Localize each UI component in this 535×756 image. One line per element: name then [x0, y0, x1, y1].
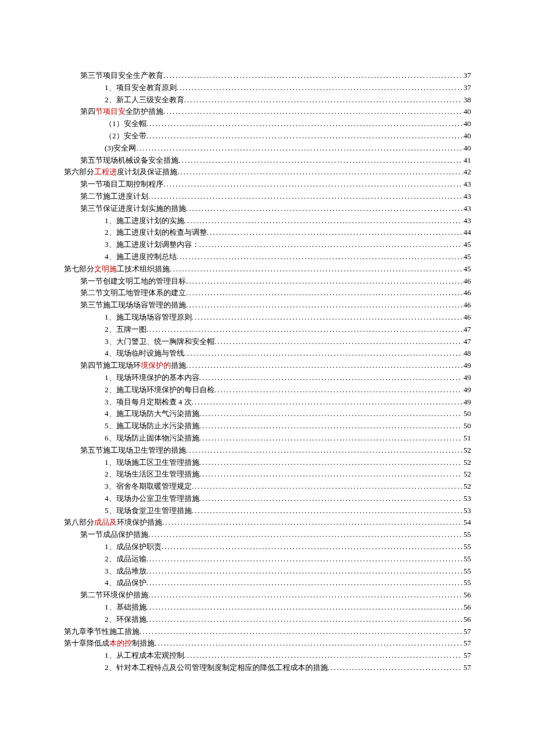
- toc-leader-dots: [199, 420, 463, 432]
- toc-entry[interactable]: 第五节施工现场卫生管理的措施 52: [64, 445, 471, 457]
- toc-entry-title: 1、从工程成本宏观控制: [105, 650, 184, 662]
- toc-entry-title: 4、成品保护: [105, 577, 147, 589]
- toc-leader-dots: [147, 565, 463, 578]
- toc-page-number: 38: [462, 94, 471, 106]
- toc-entry[interactable]: 第九章季节性施工措施 57: [64, 626, 471, 638]
- toc-page-number: 55: [462, 529, 471, 541]
- toc-entry[interactable]: 2、新工人三级安全教育 38: [64, 94, 471, 106]
- toc-entry[interactable]: (3)安全网 40: [64, 142, 471, 155]
- toc-entry-title: 2、现场生活区卫生管理措施: [105, 468, 199, 481]
- toc-entry[interactable]: 1、施工进度计划的实施 43: [64, 215, 471, 227]
- toc-entry[interactable]: 3、大门警卫、统一胸牌和安全帽 47: [64, 336, 471, 348]
- toc-entry[interactable]: 4、现场临时设施与管线 48: [64, 347, 471, 360]
- toc-leader-dots: [163, 178, 462, 191]
- toc-entry[interactable]: 2、环保措施 56: [64, 614, 471, 626]
- toc-entry[interactable]: 1、从工程成本宏观控制 57: [64, 650, 471, 662]
- toc-entry-title: 4、现场办公室卫生管理措施: [105, 493, 199, 505]
- toc-leader-dots: [184, 347, 463, 360]
- toc-entry[interactable]: 3、项目每月定期检查 4 次 49: [64, 396, 471, 409]
- toc-page-number: 43: [462, 178, 471, 191]
- toc-entry[interactable]: （2）安全带 40: [64, 130, 471, 142]
- toc-entry[interactable]: 第四节项目安全防护措施 40: [64, 106, 471, 118]
- toc-entry[interactable]: 第二节施工进度计划 43: [64, 191, 471, 203]
- toc-leader-dots: [199, 457, 463, 469]
- toc-leader-dots: [186, 360, 462, 372]
- toc-entry[interactable]: 第五节现场机械设备安全措施 41: [64, 155, 471, 167]
- toc-entry[interactable]: 4、成品保护 55: [64, 577, 471, 589]
- toc-entry[interactable]: 第二节环境保护措施 56: [64, 589, 471, 601]
- toc-leader-dots: [186, 445, 462, 457]
- toc-entry[interactable]: 第一节创建文明工地的管理目标 46: [64, 275, 471, 288]
- toc-entry[interactable]: 5、现场食堂卫生管理措施 53: [64, 505, 471, 517]
- toc-entry[interactable]: 2、现场生活区卫生管理措施 52: [64, 468, 471, 481]
- toc-entry[interactable]: 第六部分工程进度计划及保证措施 42: [64, 166, 471, 178]
- toc-entry[interactable]: 第八部分成品及环境保护措施 54: [64, 517, 471, 529]
- toc-entry[interactable]: 2、针对本工程特点及公司管理制度制定相应的降低工程成本的措施 57: [64, 662, 471, 674]
- toc-entry[interactable]: 第三节项目安全生产教育 37: [64, 70, 471, 82]
- toc-leader-dots: [148, 191, 462, 203]
- toc-entry-title: 第十章降低成本的控制措施: [64, 637, 155, 650]
- toc-leader-dots: [162, 517, 462, 529]
- toc-leader-dots: [192, 505, 463, 517]
- toc-entry-title: 2、成品运输: [105, 553, 147, 565]
- toc-entry[interactable]: 第二节文明工地管理体系的建立 46: [64, 287, 471, 299]
- toc-entry-title: （2）安全带: [105, 130, 147, 142]
- toc-leader-dots: [207, 227, 463, 239]
- toc-entry[interactable]: 3、宿舍冬期取暖管理规定 52: [64, 481, 471, 493]
- toc-leader-dots: [147, 601, 463, 614]
- toc-entry[interactable]: 2、成品运输 55: [64, 553, 471, 565]
- toc-entry[interactable]: 4、现场办公室卫生管理措施 53: [64, 493, 471, 505]
- toc-entry-title: (3)安全网: [105, 142, 136, 155]
- toc-entry[interactable]: 第一节项目工期控制程序 43: [64, 178, 471, 191]
- toc-entry[interactable]: 4、施工现场防大气污染措施 50: [64, 408, 471, 420]
- toc-entry[interactable]: 2、施工进度计划的检查与调整 44: [64, 227, 471, 239]
- toc-leader-dots: [177, 166, 462, 178]
- toc-entry[interactable]: 1、现场环境保护的基本内容 49: [64, 372, 471, 384]
- toc-page-number: 49: [462, 360, 471, 372]
- toc-leader-dots: [186, 203, 462, 215]
- toc-entry[interactable]: 3、成品堆放 55: [64, 565, 471, 578]
- toc-entry[interactable]: 第三节保证进度计划实施的措施 43: [64, 203, 471, 215]
- toc-entry-title: 第二节环境保护措施: [80, 589, 148, 601]
- toc-entry-title: 第一节项目工期控制程序: [80, 178, 163, 191]
- toc-entry-title: 第三节施工现场场容管理的措施: [80, 299, 186, 311]
- toc-page-number: 56: [462, 589, 471, 601]
- toc-entry-title: 2、施工进度计划的检查与调整: [105, 227, 207, 239]
- toc-page-number: 41: [462, 155, 471, 167]
- toc-entry[interactable]: 2、施工现场环境保护的每日自检 49: [64, 384, 471, 396]
- toc-leader-dots: [147, 118, 463, 130]
- toc-entry[interactable]: 1、施工现场场容管理原则 46: [64, 311, 471, 324]
- toc-entry-title: 2、施工现场环境保护的每日自检: [105, 384, 215, 396]
- toc-entry[interactable]: 5、施工现场防止水污染措施 50: [64, 420, 471, 432]
- toc-entry-title: 3、施工进度计划调整内容：: [105, 239, 199, 251]
- toc-page-number: 51: [462, 432, 471, 445]
- toc-entry[interactable]: 第七部分文明施工技术组织措施 45: [64, 263, 471, 275]
- toc-entry-title: 3、宿舍冬期取暖管理规定: [105, 481, 192, 493]
- toc-entry[interactable]: 1、成品保护职责 55: [64, 541, 471, 553]
- toc-entry[interactable]: 4、施工进度控制总结 45: [64, 251, 471, 263]
- toc-entry[interactable]: 第三节施工现场场容管理的措施 46: [64, 299, 471, 311]
- toc-entry-title: 第一节创建文明工地的管理目标: [80, 275, 186, 288]
- toc-entry[interactable]: 3、施工进度计划调整内容： 45: [64, 239, 471, 251]
- toc-entry[interactable]: 第一节成品保护措施 55: [64, 529, 471, 541]
- toc-leader-dots: [328, 662, 463, 674]
- toc-entry[interactable]: 1、基础措施 56: [64, 601, 471, 614]
- toc-entry[interactable]: 2、五牌一图 47: [64, 324, 471, 336]
- toc-entry[interactable]: 1、项目安全教育原则 37: [64, 82, 471, 94]
- toc-entry[interactable]: 1、现场施工区卫生管理措施 52: [64, 457, 471, 469]
- highlighted-text: 成品及: [94, 518, 117, 526]
- toc-entry[interactable]: 6、现场防止固体物污染措施 51: [64, 432, 471, 445]
- toc-entry[interactable]: 第十章降低成本的控制措施 57: [64, 637, 471, 650]
- toc-page-number: 43: [462, 191, 471, 203]
- toc-entry-title: 第二节施工进度计划: [80, 191, 148, 203]
- toc-entry[interactable]: 第四节施工现场环境保护的措施 49: [64, 360, 471, 372]
- toc-page-number: 53: [462, 505, 471, 517]
- toc-entry[interactable]: （1）安全帽 40: [64, 118, 471, 130]
- highlighted-text: 工程进: [94, 167, 117, 176]
- toc-leader-dots: [147, 324, 463, 336]
- toc-page-number: 55: [462, 553, 471, 565]
- toc-page-number: 50: [462, 408, 471, 420]
- toc-page-number: 37: [462, 82, 471, 94]
- highlighted-text: 境保护的: [141, 361, 171, 370]
- toc-leader-dots: [170, 263, 462, 275]
